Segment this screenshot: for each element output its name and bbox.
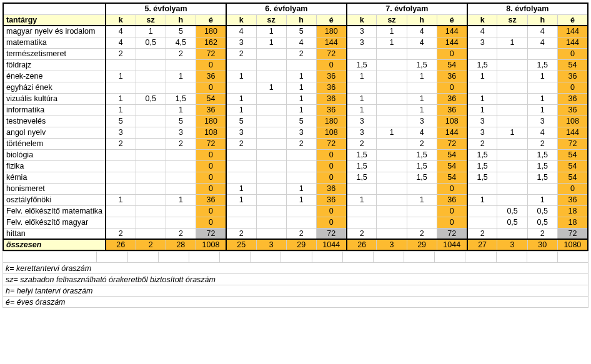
cell: 36 [316, 104, 347, 116]
cell [256, 194, 286, 205]
cell: 54 [196, 93, 226, 104]
subject-name: magyar nyelv és irodalom [3, 26, 106, 37]
cell [377, 149, 407, 160]
cell [106, 149, 136, 160]
cell: 72 [437, 228, 467, 239]
legend-line: h= helyi tantervi óraszám [3, 285, 589, 297]
cell [407, 48, 437, 59]
cell: 1 [106, 71, 136, 82]
cell: 1 [467, 71, 497, 82]
cell [136, 217, 166, 228]
cell [377, 116, 407, 127]
cell [226, 172, 256, 183]
cell: 5 [166, 26, 196, 37]
cell: 0,5 [136, 37, 166, 48]
col-header-sz: sz [497, 14, 527, 26]
cell: 2 [166, 138, 196, 149]
subject-name: hittan [3, 228, 106, 239]
cell: 1 [256, 26, 286, 37]
cell: 1 [497, 127, 527, 138]
cell: 3 [347, 127, 377, 138]
cell [136, 127, 166, 138]
total-cell: 30 [527, 239, 557, 250]
cell [256, 116, 286, 127]
cell: 2 [226, 228, 256, 239]
cell: 1,5 [347, 149, 377, 160]
cell [226, 82, 256, 93]
subject-name: földrajz [3, 59, 106, 71]
cell: 1,5 [527, 149, 557, 160]
cell [256, 183, 286, 194]
cell: 0,5 [136, 93, 166, 104]
cell [136, 183, 166, 194]
cell [377, 48, 407, 59]
subject-name: informatika [3, 104, 106, 116]
cell [527, 48, 557, 59]
col-header-k: k [226, 14, 256, 26]
cell: 0 [557, 82, 588, 93]
cell [136, 59, 166, 71]
cell: 0,5 [527, 205, 557, 217]
cell [377, 82, 407, 93]
cell [166, 217, 196, 228]
cell [377, 194, 407, 205]
cell [106, 160, 136, 172]
cell [347, 205, 377, 217]
cell [286, 172, 316, 183]
cell: 180 [316, 116, 347, 127]
cell: 1 [226, 93, 256, 104]
cell: 1 [347, 104, 377, 116]
total-cell: 25 [226, 239, 256, 250]
cell: 2 [467, 228, 497, 239]
cell: 1 [166, 71, 196, 82]
cell: 1 [226, 183, 256, 194]
cell: 36 [557, 194, 588, 205]
subject-name: matematika [3, 37, 106, 48]
cell [136, 149, 166, 160]
cell: 2 [286, 228, 316, 239]
cell: 2 [286, 138, 316, 149]
legend-line: sz= szabadon felhasználható órakeretből … [3, 274, 589, 285]
cell: 4 [407, 37, 437, 48]
cell [377, 183, 407, 194]
cell: 3 [467, 116, 497, 127]
cell [136, 138, 166, 149]
legend-table: k= kerettantervi óraszámsz= szabadon fel… [2, 251, 589, 308]
cell: 4 [226, 26, 256, 37]
cell [497, 93, 527, 104]
cell [256, 205, 286, 217]
cell: 18 [557, 205, 588, 217]
cell: 5 [166, 116, 196, 127]
cell: 1 [286, 183, 316, 194]
cell [347, 48, 377, 59]
cell: 1,5 [407, 59, 437, 71]
cell: 0,5 [497, 205, 527, 217]
cell: 36 [437, 104, 467, 116]
cell [497, 183, 527, 194]
cell [166, 160, 196, 172]
cell [497, 138, 527, 149]
total-cell: 3 [377, 239, 407, 250]
cell: 2 [106, 138, 136, 149]
cell: 0 [196, 183, 226, 194]
cell [377, 205, 407, 217]
cell: 0 [437, 48, 467, 59]
cell: 1,5 [407, 160, 437, 172]
cell: 0 [196, 160, 226, 172]
total-cell: 3 [256, 239, 286, 250]
cell: 4 [407, 26, 437, 37]
cell [106, 205, 136, 217]
cell: 3 [467, 37, 497, 48]
legend-line: é= éves óraszám [3, 297, 589, 308]
cell: 2 [407, 228, 437, 239]
cell: 1,5 [527, 160, 557, 172]
col-header-h: h [527, 14, 557, 26]
cell: 36 [557, 104, 588, 116]
total-cell: 27 [467, 239, 497, 250]
cell: 1 [377, 127, 407, 138]
cell: 1 [226, 71, 256, 82]
cell: 0,5 [497, 217, 527, 228]
cell: 1 [467, 104, 497, 116]
cell: 1 [106, 104, 136, 116]
total-cell: 1080 [557, 239, 588, 250]
